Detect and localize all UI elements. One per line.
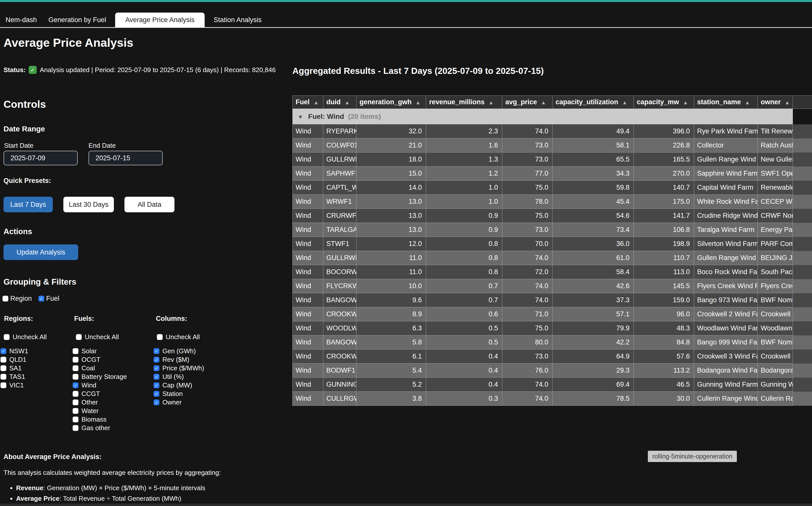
update-analysis-button[interactable]: Update Analysis: [4, 244, 78, 260]
sort-asc-icon[interactable]: ▲: [785, 100, 790, 105]
fuel-checkbox-item[interactable]: CCGT: [73, 391, 127, 397]
column-checkbox-item[interactable]: Owner: [154, 400, 204, 405]
fuels-uncheck-all[interactable]: Uncheck All: [76, 334, 127, 340]
checkbox-icon[interactable]: [1, 348, 6, 354]
table-row[interactable]: Wind GULLRWF2 11.0 0.8 74.0 61.0 110.7 G…: [293, 251, 812, 265]
sort-asc-icon[interactable]: ▲: [489, 100, 494, 105]
all-data-button[interactable]: All Data: [125, 197, 174, 212]
checkbox-icon[interactable]: [157, 334, 163, 340]
checkbox-icon[interactable]: [1, 357, 6, 362]
column-checkbox-item[interactable]: Price ($/MWh): [154, 365, 204, 371]
last-7-days-button[interactable]: Last 7 Days: [4, 197, 53, 212]
column-header[interactable]: avg_price▲: [502, 96, 552, 109]
table-row[interactable]: Wind CROOKWF2 8.9 0.6 71.0 57.1 96.0 Cro…: [293, 307, 812, 321]
column-checkbox-item[interactable]: Cap (MW): [154, 383, 204, 388]
table-row[interactable]: Wind WRWF1 13.0 1.0 78.0 45.4 175.0 Whit…: [293, 195, 812, 209]
region-checkbox-item[interactable]: SA1: [1, 365, 47, 371]
fuel-checkbox-item[interactable]: Battery Storage: [73, 374, 127, 380]
sort-asc-icon[interactable]: ▲: [683, 100, 688, 105]
checkbox-icon[interactable]: [154, 374, 159, 380]
group-by-checkbox-item[interactable]: Fuel: [39, 295, 60, 303]
fuel-checkbox-item[interactable]: Biomass: [73, 417, 127, 422]
fuel-checkbox-item[interactable]: Coal: [73, 365, 127, 371]
checkbox-icon[interactable]: [39, 296, 44, 302]
column-checkbox-item[interactable]: Station: [154, 391, 204, 397]
table-row[interactable]: Wind BANGOWF2 5.8 0.5 80.0 42.2 84.8 Ban…: [293, 335, 812, 349]
checkbox-icon[interactable]: [73, 383, 78, 388]
checkbox-icon[interactable]: [4, 334, 10, 340]
column-header[interactable]: capacity_utilization▲: [552, 96, 634, 109]
column-header[interactable]: owner▲: [758, 96, 793, 109]
sort-asc-icon[interactable]: ▲: [314, 100, 319, 105]
fuel-checkbox-item[interactable]: Water: [73, 408, 127, 414]
table-row[interactable]: Wind COLWF01 21.0 1.6 73.0 58.1 226.8 Co…: [293, 139, 812, 153]
table-row[interactable]: Wind TARALGA1 13.0 0.9 73.0 73.4 106.8 T…: [293, 223, 812, 237]
start-date-input[interactable]: [4, 151, 78, 165]
sort-asc-icon[interactable]: ▲: [416, 100, 421, 105]
table-row[interactable]: Wind CAPTL_WF 14.0 1.0 75.0 59.8 140.7 C…: [293, 181, 812, 195]
checkbox-icon[interactable]: [154, 365, 159, 371]
column-header[interactable]: station_name▲: [694, 96, 758, 109]
fuel-checkbox-item[interactable]: OCGT: [73, 357, 127, 362]
checkbox-icon[interactable]: [3, 296, 8, 302]
table-row[interactable]: Wind CRURWF1 13.0 0.9 75.0 54.6 141.7 Cr…: [293, 209, 812, 223]
checkbox-icon[interactable]: [73, 357, 78, 362]
table-row[interactable]: Wind GUNNING1 5.2 0.4 74.0 69.4 46.5 Gun…: [293, 377, 812, 392]
region-checkbox-item[interactable]: NSW1: [1, 348, 47, 354]
column-header[interactable]: revenue_millions▲: [426, 96, 502, 109]
checkbox-icon[interactable]: [1, 374, 6, 380]
table-row[interactable]: Wind GULLRWF1 18.0 1.3 73.0 65.5 165.5 G…: [293, 153, 812, 167]
fuel-checkbox-item[interactable]: Other: [73, 400, 127, 405]
checkbox-icon[interactable]: [73, 400, 78, 405]
column-header[interactable]: Fuel▲: [293, 96, 323, 109]
column-checkbox-item[interactable]: Gen (GWh): [154, 348, 204, 354]
table-row[interactable]: Wind BOCORWF1 11.0 0.8 72.0 58.4 113.0 B…: [293, 265, 812, 279]
checkbox-icon[interactable]: [154, 348, 159, 354]
column-header[interactable]: generation_gwh▲: [357, 96, 426, 109]
collapse-triangle-icon[interactable]: ▼: [298, 114, 303, 120]
bottom-scrollbar-track[interactable]: [0, 503, 812, 506]
checkbox-icon[interactable]: [73, 425, 78, 431]
sort-asc-icon[interactable]: ▲: [345, 100, 350, 105]
group-row-cell[interactable]: ▼Fuel: Wind(20 items): [293, 109, 793, 124]
checkbox-icon[interactable]: [73, 348, 78, 354]
table-row[interactable]: Wind BANGOWF1 9.6 0.7 74.0 37.3 159.0 Ba…: [293, 293, 812, 307]
sort-asc-icon[interactable]: ▲: [541, 100, 546, 105]
column-header[interactable]: duid▲: [323, 96, 357, 109]
checkbox-icon[interactable]: [154, 357, 159, 362]
table-row[interactable]: Wind BODWF1 5.4 0.4 76.0 29.3 113.2 Boda…: [293, 363, 812, 377]
column-header[interactable]: capacity_mw▲: [634, 96, 694, 109]
checkbox-icon[interactable]: [73, 365, 78, 371]
checkbox-icon[interactable]: [76, 334, 82, 340]
region-checkbox-item[interactable]: VIC1: [1, 383, 47, 388]
column-checkbox-item[interactable]: Util (%): [154, 374, 204, 380]
checkbox-icon[interactable]: [154, 400, 159, 405]
checkbox-icon[interactable]: [1, 365, 6, 371]
tab-generation-by-fuel[interactable]: Generation by Fuel: [46, 13, 109, 27]
sort-asc-icon[interactable]: ▲: [622, 100, 627, 105]
tab-nem-dash[interactable]: Nem-dash: [3, 13, 40, 27]
checkbox-icon[interactable]: [154, 383, 159, 388]
fuel-checkbox-item[interactable]: Solar: [73, 348, 127, 354]
group-row[interactable]: ▼Fuel: Wind(20 items): [293, 109, 812, 124]
checkbox-icon[interactable]: [73, 408, 78, 414]
column-checkbox-item[interactable]: Rev ($M): [154, 357, 204, 362]
sort-asc-icon[interactable]: ▲: [745, 100, 750, 105]
tab-station-analysis[interactable]: Station Analysis: [211, 13, 264, 27]
end-date-input[interactable]: [88, 151, 163, 165]
regions-uncheck-all[interactable]: Uncheck All: [4, 334, 47, 340]
table-row[interactable]: Wind WOODLWN1 6.3 0.5 75.0 79.9 48.3 Woo…: [293, 321, 812, 335]
table-row[interactable]: Wind CULLRGWF 3.8 0.3 74.0 78.5 30.0 Cul…: [293, 392, 812, 406]
last-30-days-button[interactable]: Last 30 Days: [63, 197, 114, 212]
checkbox-icon[interactable]: [73, 417, 78, 422]
group-by-checkbox-item[interactable]: Region: [3, 295, 32, 303]
checkbox-icon[interactable]: [73, 391, 78, 397]
checkbox-icon[interactable]: [154, 391, 159, 397]
table-row[interactable]: Wind SAPHWF1 15.0 1.2 77.0 34.3 270.0 Sa…: [293, 167, 812, 181]
region-checkbox-item[interactable]: TAS1: [1, 374, 47, 380]
region-checkbox-item[interactable]: QLD1: [1, 357, 47, 362]
columns-uncheck-all[interactable]: Uncheck All: [157, 334, 204, 340]
table-row[interactable]: Wind FLYCRKWF 10.0 0.7 74.0 42.6 145.5 F…: [293, 279, 812, 293]
fuel-checkbox-item[interactable]: Wind: [73, 383, 127, 388]
tab-average-price-analysis[interactable]: Average Price Analysis: [115, 13, 205, 27]
